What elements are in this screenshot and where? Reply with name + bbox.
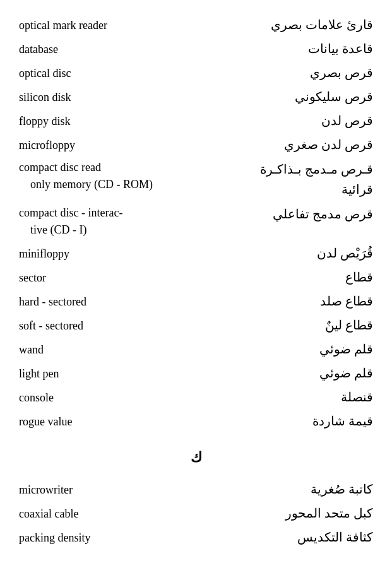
- arabic-term: قطاع لينٌ: [325, 316, 373, 334]
- english-term: optical disc: [19, 65, 71, 82]
- list-item: coaxial cable كبل متحد المحور: [19, 501, 373, 525]
- arabic-term: قرص لدن صغري: [284, 135, 373, 154]
- arabic-term: قطاع: [345, 268, 373, 287]
- english-term: database: [19, 41, 58, 58]
- list-item: floppy disk قرص لدن: [19, 109, 373, 133]
- section-letter: ك: [19, 449, 373, 466]
- english-term: wand: [19, 341, 44, 358]
- english-term: console: [19, 389, 54, 406]
- list-item: wand قلم ضوئي: [19, 337, 373, 361]
- list-item: silicon disk قرص سليكوني: [19, 85, 373, 109]
- list-item: compact disc - interac- tive (CD - I) قر…: [19, 202, 373, 241]
- page: optical mark reader قارئ علامات بصري dat…: [0, 0, 392, 568]
- list-item: packing density كثافة التكديس: [19, 525, 373, 549]
- arabic-term: قُرَيْص لدن: [317, 244, 373, 263]
- arabic-term: كبل متحد المحور: [285, 504, 373, 523]
- list-item: hard - sectored قطاع صلد: [19, 289, 373, 313]
- arabic-term: قاعدة بيانات: [308, 39, 373, 58]
- arabic-term: قرص لدن: [321, 111, 373, 130]
- list-item: rogue value قيمة شاردة: [19, 409, 373, 433]
- arabic-term: كثافة التكديس: [297, 528, 373, 547]
- arabic-term: قـرص مـدمج بـذاكـرةقرائية: [260, 159, 373, 199]
- list-item: compact disc read only memory (CD - ROM)…: [19, 157, 373, 202]
- english-term: soft - sectored: [19, 317, 83, 334]
- arabic-term: قطاع صلد: [320, 292, 373, 311]
- english-term: microwriter: [19, 482, 73, 499]
- list-item: microwriter كاتبة صُغرية: [19, 477, 373, 501]
- english-term: light pen: [19, 365, 59, 382]
- english-term: packing density: [19, 530, 90, 547]
- english-term: rogue value: [19, 413, 72, 430]
- english-term: compact disc read only memory (CD - ROM): [19, 159, 153, 193]
- arabic-term: قرص سليكوني: [295, 87, 373, 106]
- english-term: floppy disk: [19, 113, 71, 130]
- arabic-term: قيمة شاردة: [312, 411, 373, 430]
- section-divider: ك: [19, 433, 373, 477]
- dictionary-list: optical mark reader قارئ علامات بصري dat…: [19, 13, 373, 549]
- arabic-term: قارئ علامات بصري: [271, 15, 373, 34]
- list-item: sector قطاع: [19, 265, 373, 289]
- english-term: microfloppy: [19, 137, 75, 154]
- list-item: database قاعدة بيانات: [19, 37, 373, 61]
- english-term: compact disc - interac- tive (CD - I): [19, 204, 122, 239]
- english-term: coaxial cable: [19, 506, 78, 523]
- list-item: light pen قلم ضوئي: [19, 361, 373, 385]
- list-item: microfloppy قرص لدن صغري: [19, 133, 373, 157]
- arabic-term: قرص بصري: [310, 63, 373, 82]
- list-item: console قنصلة: [19, 385, 373, 409]
- arabic-term: قلم ضوئي: [319, 364, 373, 382]
- arabic-term: قلم ضوئي: [319, 340, 373, 358]
- list-item: minifloppy قُرَيْص لدن: [19, 241, 373, 265]
- english-term: hard - sectored: [19, 293, 86, 311]
- list-item: optical disc قرص بصري: [19, 61, 373, 85]
- list-item: soft - sectored قطاع لينٌ: [19, 313, 373, 337]
- english-term: silicon disk: [19, 89, 71, 106]
- english-term: optical mark reader: [19, 17, 107, 34]
- arabic-term: قرص مدمج تفاعلي: [273, 204, 373, 223]
- english-term: sector: [19, 269, 46, 287]
- arabic-term: كاتبة صُغرية: [311, 480, 373, 499]
- english-term: minifloppy: [19, 246, 69, 263]
- arabic-term: قنصلة: [341, 388, 373, 406]
- list-item: optical mark reader قارئ علامات بصري: [19, 13, 373, 37]
